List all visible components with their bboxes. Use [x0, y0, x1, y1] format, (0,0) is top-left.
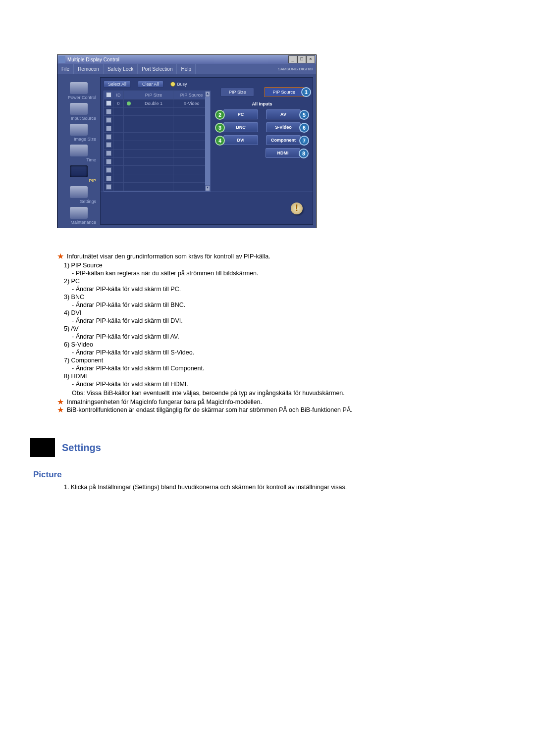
av-button[interactable]: AV 5: [266, 109, 301, 119]
star-icon: ★: [57, 253, 64, 260]
item-1-desc: - PIP-källan kan regleras när du sätter …: [72, 270, 478, 277]
close-button[interactable]: ×: [306, 55, 315, 63]
magicinfo-note: Inmatningsenheten för MagicInfo fungerar…: [67, 399, 262, 405]
row-checkbox[interactable]: [106, 117, 111, 123]
titlebar: Multiple Display Control _ □ ×: [57, 55, 316, 64]
callout-2: 2: [215, 110, 225, 120]
busy-indicator-icon: [170, 82, 175, 87]
component-button[interactable]: Component 7: [266, 135, 301, 145]
time-icon: [70, 145, 88, 156]
item-5-title: 5) AV: [64, 325, 478, 332]
settings-icon: [70, 186, 88, 198]
sidebar-item-input[interactable]: Input Source: [57, 103, 100, 121]
tab-pip-size[interactable]: PIP Size: [220, 88, 254, 97]
info-icon[interactable]: !: [291, 202, 303, 214]
callout-5: 5: [299, 110, 309, 120]
input-source-icon: [70, 103, 88, 115]
menu-port-selection[interactable]: Port Selection: [138, 64, 177, 74]
item-5-desc: - Ändrar PIP-källa för vald skärm till A…: [72, 333, 478, 340]
item-2-desc: - Ändrar PIP-källa för vald skärm till P…: [72, 286, 478, 293]
row-checkbox[interactable]: [106, 167, 111, 173]
intro-text: Inforutnätet visar den grundinformation …: [67, 253, 270, 260]
sidebar-item-power[interactable]: Power Control: [57, 82, 100, 100]
item-3-desc: - Ändrar PIP-källa för vald skärm till B…: [72, 302, 478, 308]
sidebar-item-image-size[interactable]: Image Size: [57, 124, 100, 142]
item-4-title: 4) DVI: [64, 309, 478, 316]
col-status[interactable]: [124, 91, 134, 99]
sidebar-item-time[interactable]: Time: [57, 145, 100, 162]
pip-source-panel: PIP Size PIP Source 1 All Inputs 2: [212, 78, 313, 192]
row-checkbox[interactable]: [106, 142, 111, 148]
grid-scrollbar[interactable]: ▲ ▼: [205, 91, 210, 191]
bnc-button[interactable]: 3 BNC: [223, 122, 258, 132]
pc-button[interactable]: 2 PC: [223, 109, 258, 119]
hdmi-button[interactable]: HDMI 8: [266, 148, 300, 158]
row-checkbox[interactable]: [106, 184, 111, 190]
callout-6: 6: [299, 123, 309, 133]
col-pip-source[interactable]: PIP Source: [173, 91, 210, 99]
row-checkbox[interactable]: [106, 101, 111, 106]
select-all-button[interactable]: Select All: [104, 81, 131, 88]
item-6-desc: - Ändrar PIP-källa för vald skärm till S…: [72, 349, 478, 356]
menu-safety-lock[interactable]: Safety Lock: [104, 64, 138, 74]
svideo-button[interactable]: S-Video 6: [266, 122, 301, 132]
item-6-title: 6) S-Video: [64, 341, 478, 348]
obs-note: Obs: Vissa BiB-källor kan eventuellt int…: [72, 390, 478, 397]
documentation: ★ Inforutnätet visar den grundinformatio…: [57, 253, 478, 491]
picture-heading: Picture: [33, 470, 478, 480]
all-inputs-label: All Inputs: [215, 101, 309, 106]
col-pip-size[interactable]: PIP Size: [134, 91, 173, 99]
item-3-title: 3) BNC: [64, 294, 478, 301]
sidebar-item-maintenance[interactable]: Maintenance: [57, 207, 100, 225]
row-checkbox[interactable]: [106, 109, 111, 114]
settings-heading: Settings: [62, 442, 101, 454]
power-icon: [70, 82, 88, 94]
pip-icon: [70, 165, 88, 177]
section-swatch: [30, 438, 55, 457]
busy-label: Busy: [177, 82, 187, 87]
row-checkbox[interactable]: [106, 176, 111, 181]
scroll-down-icon[interactable]: ▼: [205, 185, 210, 191]
item-8-desc: - Ändrar PIP-källa för vald skärm till H…: [72, 381, 478, 388]
clear-all-button[interactable]: Clear All: [138, 81, 163, 88]
item-8-title: 8) HDMI: [64, 373, 478, 380]
callout-1: 1: [301, 87, 311, 97]
minimize-button[interactable]: _: [288, 55, 297, 63]
item-4-desc: - Ändrar PIP-källa för vald skärm till D…: [72, 317, 478, 324]
status-dot-icon: [127, 101, 131, 105]
table-row[interactable]: 0 Double 1 S-Video: [104, 100, 210, 108]
sidebar-item-pip[interactable]: PIP: [57, 165, 100, 183]
menu-file[interactable]: File: [57, 64, 74, 74]
maintenance-icon: [70, 207, 88, 219]
item-7-title: 7) Component: [64, 357, 478, 364]
sidebar: Power Control Input Source Image Size Ti…: [57, 74, 100, 228]
row-checkbox[interactable]: [106, 159, 111, 164]
header-checkbox[interactable]: [106, 92, 111, 98]
window-title: Multiple Display Control: [67, 57, 119, 62]
bib-note: BiB-kontrollfunktionen är endast tillgän…: [67, 406, 353, 413]
dvi-button[interactable]: 4 DVI: [223, 135, 258, 145]
tab-pip-source[interactable]: PIP Source 1: [265, 88, 304, 97]
star-icon: ★: [57, 406, 64, 413]
menu-bar: File Remocon Safety Lock Port Selection …: [57, 64, 316, 74]
item-1-title: 1) PIP Source: [64, 262, 478, 269]
row-checkbox[interactable]: [106, 126, 111, 131]
item-7-desc: - Ändrar PIP-källa för vald skärm till C…: [72, 365, 478, 372]
callout-3: 3: [215, 123, 225, 133]
sidebar-item-settings[interactable]: Settings: [57, 186, 100, 204]
callout-4: 4: [215, 136, 225, 146]
row-checkbox[interactable]: [106, 151, 111, 156]
col-id[interactable]: ID: [113, 91, 124, 99]
menu-remocon[interactable]: Remocon: [74, 64, 104, 74]
scroll-up-icon[interactable]: ▲: [205, 91, 210, 97]
star-icon: ★: [57, 399, 64, 405]
image-size-icon: [70, 124, 88, 136]
row-checkbox[interactable]: [106, 134, 111, 140]
callout-7: 7: [299, 136, 309, 146]
menu-help[interactable]: Help: [177, 64, 196, 74]
maximize-button[interactable]: □: [297, 55, 306, 63]
app-icon: [58, 56, 65, 63]
callout-8: 8: [299, 149, 309, 158]
display-grid: Select All Clear All Busy ID: [101, 78, 212, 192]
brand-label: SAMSUNG DIGITall: [278, 67, 316, 71]
